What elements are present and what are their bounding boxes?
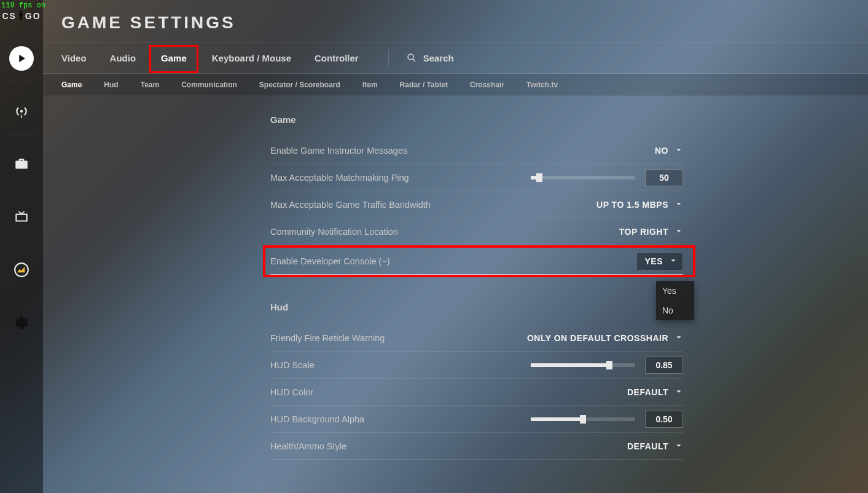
tab-keyboard-mouse[interactable]: Keyboard / Mouse [212,53,291,63]
broadcast-icon [14,103,29,119]
main: GAME SETTINGS Video Audio Game Keyboard … [43,0,868,493]
logo-soldier-icon [17,10,25,22]
chevron-down-icon [674,387,683,398]
control-hudbgalpha: 0.50 [531,411,683,428]
logo: CS GO [2,10,41,22]
label-ping: Max Acceptable Matchmaking Ping [270,173,409,183]
tab-video[interactable]: Video [61,53,87,63]
label-bandwidth: Max Acceptable Game Traffic Bandwidth [270,200,431,210]
row-devconsole: Enable Developer Console (~) YES [270,248,683,275]
value-hudscale[interactable]: 0.85 [645,357,683,374]
briefcase-icon [14,156,29,172]
value-ffwarn: ONLY ON DEFAULT CROSSHAIR [527,333,668,343]
row-instructor: Enable Game Instructor Messages NO [270,137,683,164]
search-placeholder: Search [423,53,454,63]
row-notif: Community Notification Location TOP RIGH… [270,218,683,245]
label-ffwarn: Friendly Fire Reticle Warning [270,333,385,343]
play-button[interactable] [0,34,43,82]
label-health: Health/Ammo Style [270,441,346,451]
value-bandwidth: UP TO 1.5 MBPS [596,200,668,210]
slider-hudscale[interactable] [531,363,635,367]
value-devconsole: YES [644,256,663,266]
tab-audio[interactable]: Audio [110,53,136,63]
option-no[interactable]: No [656,301,694,320]
chevron-down-icon [674,146,683,156]
broadcast-button[interactable] [0,87,43,135]
search-input[interactable]: Search [388,49,454,66]
gear-icon [14,315,29,331]
settings-content: Game Enable Game Instructor Messages NO … [43,96,868,493]
subtab-team[interactable]: Team [141,81,159,89]
row-bandwidth: Max Acceptable Game Traffic Bandwidth UP… [270,191,683,218]
label-hudbgalpha: HUD Background Alpha [270,414,364,424]
row-hudbgalpha: HUD Background Alpha 0.50 [270,406,683,433]
row-health: Health/Ammo Style DEFAULT [270,433,683,460]
value-ping[interactable]: 50 [645,169,683,186]
dropdown-devconsole[interactable]: YES [636,253,683,270]
chevron-down-icon [674,200,683,210]
settings-button[interactable] [0,299,43,347]
dropdown-instructor[interactable]: NO [655,146,683,156]
row-hudscale: HUD Scale 0.85 [270,352,683,379]
sidebar: CS GO [0,0,43,493]
label-notif: Community Notification Location [270,227,398,237]
subtab-twitch[interactable]: Twitch.tv [526,81,558,89]
control-ping: 50 [531,169,683,186]
subtab-communication[interactable]: Communication [181,81,237,89]
logo-text-left: CS [2,11,16,21]
dropdown-menu-devconsole: Yes No [656,281,694,320]
control-hudscale: 0.85 [531,357,683,374]
highlight-devconsole: Enable Developer Console (~) YES [263,245,695,277]
tab-controller[interactable]: Controller [315,53,359,63]
chevron-down-icon [674,441,683,452]
chevron-down-icon [674,333,683,344]
label-instructor: Enable Game Instructor Messages [270,146,407,156]
label-devconsole: Enable Developer Console (~) [270,256,390,266]
value-hudbgalpha[interactable]: 0.50 [645,411,683,428]
slider-hudbgalpha[interactable] [531,417,635,421]
dropdown-hudcolor[interactable]: DEFAULT [627,387,683,398]
value-hudcolor: DEFAULT [627,387,668,397]
tv-icon [14,209,29,225]
value-notif: TOP RIGHT [619,227,668,237]
label-hudcolor: HUD Color [270,387,313,397]
dropdown-notif[interactable]: TOP RIGHT [619,227,683,237]
stats-button[interactable] [0,246,43,294]
settings-panel: Game Enable Game Instructor Messages NO … [270,114,683,460]
value-health: DEFAULT [627,441,668,451]
option-yes[interactable]: Yes [656,281,694,301]
section-title-hud: Hud [270,302,683,312]
subtab-item[interactable]: Item [362,81,378,89]
value-instructor: NO [655,146,668,156]
svg-point-0 [15,263,28,277]
page-title: GAME SETTINGS [61,13,236,33]
row-ping: Max Acceptable Matchmaking Ping 50 [270,164,683,191]
row-ffwarn: Friendly Fire Reticle Warning ONLY ON DE… [270,325,683,352]
chevron-down-icon [669,256,678,267]
svg-point-1 [408,54,413,60]
dropdown-health[interactable]: DEFAULT [627,441,683,452]
watch-button[interactable] [0,193,43,241]
search-icon [406,52,417,63]
stats-icon [14,262,29,278]
subtab-crosshair[interactable]: Crosshair [470,81,504,89]
slider-ping[interactable] [531,176,635,179]
title-row: GAME SETTINGS [43,4,868,42]
subtab-spectator[interactable]: Spectator / Scoreboard [259,81,340,89]
subtab-radar[interactable]: Radar / Tablet [400,81,448,89]
inventory-button[interactable] [0,140,43,188]
dropdown-bandwidth[interactable]: UP TO 1.5 MBPS [596,200,683,210]
fps-overlay: 119 fps on [1,1,45,10]
subtab-hud[interactable]: Hud [104,81,118,89]
row-hudcolor: HUD Color DEFAULT [270,379,683,406]
label-hudscale: HUD Scale [270,360,315,370]
subtab-game[interactable]: Game [61,81,82,89]
play-icon [9,46,34,71]
section-title-game: Game [270,114,683,125]
logo-text-right: GO [25,11,41,21]
dropdown-ffwarn[interactable]: ONLY ON DEFAULT CROSSHAIR [527,333,683,344]
sub-tabs: Game Hud Team Communication Spectator / … [43,74,868,96]
chevron-down-icon [674,227,683,237]
tab-game[interactable]: Game [149,45,198,73]
main-tabs: Video Audio Game Keyboard / Mouse Contro… [43,42,868,74]
